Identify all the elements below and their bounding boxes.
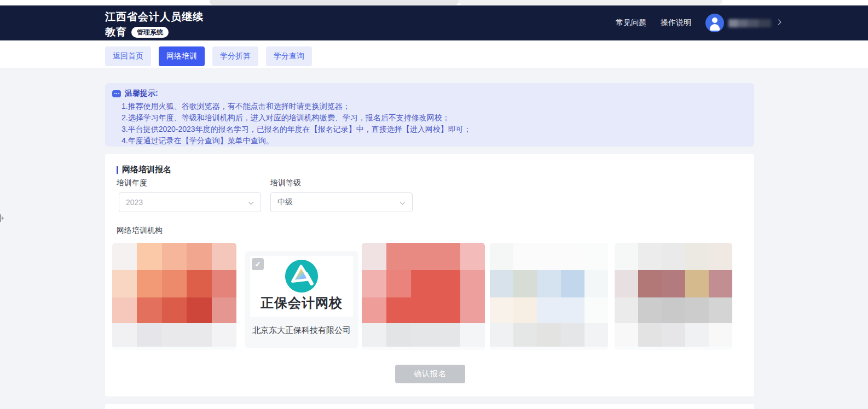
nav-tabbar: 返回首页 网络培训 学分折算 学分查询 <box>0 40 868 68</box>
notice-line-1: 1.推荐使用火狐、谷歌浏览器，有不能点击和选择时请更换浏览器； <box>112 101 744 112</box>
institution-checkbox-checked[interactable]: ✓ <box>252 258 264 270</box>
brand-title-line2: 教育 <box>105 25 127 39</box>
notice-line-2: 2.选择学习年度、等级和培训机构后，进入对应的培训机构缴费、学习，报名后不支持修… <box>112 112 744 124</box>
institution-company-name: 北京东大正保科技有限公司 <box>245 325 358 336</box>
registration-panel: 网络培训报名 培训年度 培训等级 2023 中级 网络培训机构 <box>105 154 754 396</box>
institution-card-blurred-2[interactable] <box>362 243 485 350</box>
institution-card-zhengbao[interactable]: 正保会计网校 ✓ 北京东大正保科技有限公司 <box>245 251 358 348</box>
brand-title-line1: 江西省会计人员继续 <box>105 10 204 24</box>
faq-link[interactable]: 常见问题 <box>616 18 646 28</box>
level-select-value: 中级 <box>277 197 293 207</box>
institutions-label: 网络培训机构 <box>117 226 163 236</box>
browser-chrome-fragment <box>210 0 459 5</box>
level-select[interactable]: 中级 <box>270 192 413 212</box>
instructions-link[interactable]: 操作说明 <box>661 18 691 28</box>
tab-online-training[interactable]: 网络培训 <box>159 46 205 66</box>
app-header: 江西省会计人员继续 教育 管理系统 常见问题 操作说明 <box>0 5 868 40</box>
year-select[interactable]: 2023 <box>119 192 261 212</box>
browser-chrome-sliver <box>0 0 868 5</box>
user-menu[interactable] <box>705 14 780 32</box>
chevron-down-icon <box>248 200 254 205</box>
chevron-down-icon <box>400 200 406 205</box>
institution-logo-text: 正保会计网校 <box>261 294 343 312</box>
notice-title: 温馨提示: <box>125 89 158 98</box>
notice-box: 温馨提示: 1.推荐使用火狐、谷歌浏览器，有不能点击和选择时请更换浏览器； 2.… <box>105 83 754 147</box>
brand-title: 江西省会计人员继续 教育 管理系统 <box>105 10 204 39</box>
section-title: 网络培训报名 <box>122 165 171 175</box>
institution-card-row: 正保会计网校 ✓ 北京东大正保科技有限公司 <box>112 243 739 350</box>
year-label: 培训年度 <box>117 178 147 188</box>
section-accent-bar <box>117 166 118 174</box>
institution-card-blurred-3[interactable] <box>490 243 608 350</box>
sidebar-expand-handle[interactable] <box>0 213 4 224</box>
message-icon <box>112 90 121 97</box>
username-redacted <box>728 19 771 27</box>
institution-logo-box: 正保会计网校 <box>250 256 353 317</box>
notice-line-4: 4.年度通过记录在【学分查询】菜单中查询。 <box>112 135 744 147</box>
institution-card-blurred-1[interactable] <box>112 243 236 350</box>
tab-home[interactable]: 返回首页 <box>105 46 151 66</box>
user-avatar-icon[interactable] <box>705 14 724 32</box>
app-window: 江西省会计人员继续 教育 管理系统 常见问题 操作说明 返回首页 网络培训 <box>0 0 868 409</box>
chevron-right-icon <box>2 216 4 220</box>
year-select-value: 2023 <box>126 198 143 207</box>
next-panel-edge <box>105 404 754 409</box>
institution-card-blurred-4[interactable] <box>615 243 732 350</box>
system-badge: 管理系统 <box>131 27 169 38</box>
tab-credit-conversion[interactable]: 学分折算 <box>212 46 258 66</box>
tab-credit-query[interactable]: 学分查询 <box>266 46 312 66</box>
browser-chrome-fragment <box>459 0 722 5</box>
notice-line-3: 3.平台提供2020-2023年度的报名学习，已报名的年度在【报名记录】中，直接… <box>112 124 744 135</box>
zhengbao-logo-icon <box>285 259 319 293</box>
level-label: 培训等级 <box>270 178 301 188</box>
chevron-down-icon <box>776 19 782 25</box>
confirm-registration-button[interactable]: 确认报名 <box>395 365 465 383</box>
